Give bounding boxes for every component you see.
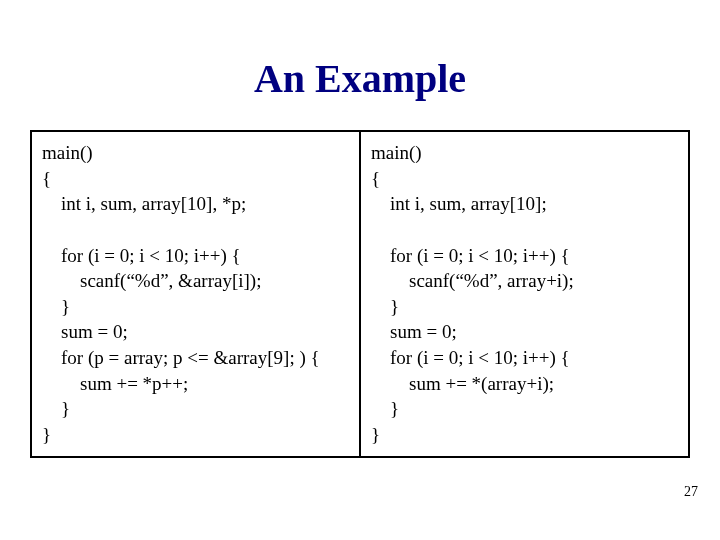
code-line: scanf(“%d”, &array[i]); [42, 270, 261, 291]
code-line: } [371, 296, 399, 317]
code-line: } [42, 398, 70, 419]
right-column: main() { int i, sum, array[10]; for (i =… [361, 132, 688, 456]
code-line: for (p = array; p <= &array[9]; ) { [42, 347, 320, 368]
code-line: int i, sum, array[10], *p; [42, 193, 246, 214]
code-line: scanf(“%d”, array+i); [371, 270, 574, 291]
code-line: sum = 0; [42, 321, 128, 342]
code-line: main() [42, 142, 93, 163]
page-number: 27 [684, 484, 698, 500]
code-line: } [371, 398, 399, 419]
code-line: { [42, 168, 51, 189]
code-line: } [42, 296, 70, 317]
code-line: sum = 0; [371, 321, 457, 342]
slide-title: An Example [30, 55, 690, 102]
code-line: sum += *(array+i); [371, 373, 554, 394]
code-line: sum += *p++; [42, 373, 188, 394]
slide: An Example main() { int i, sum, array[10… [0, 0, 720, 540]
code-line: for (i = 0; i < 10; i++) { [371, 347, 570, 368]
code-block-right: main() { int i, sum, array[10]; for (i =… [371, 140, 678, 448]
code-block-left: main() { int i, sum, array[10], *p; for … [42, 140, 349, 448]
left-column: main() { int i, sum, array[10], *p; for … [32, 132, 361, 456]
code-line: for (i = 0; i < 10; i++) { [42, 245, 241, 266]
code-line: main() [371, 142, 422, 163]
code-columns: main() { int i, sum, array[10], *p; for … [30, 130, 690, 458]
code-line: } [371, 424, 380, 445]
code-line: int i, sum, array[10]; [371, 193, 547, 214]
code-line: } [42, 424, 51, 445]
code-line: { [371, 168, 380, 189]
code-line: for (i = 0; i < 10; i++) { [371, 245, 570, 266]
